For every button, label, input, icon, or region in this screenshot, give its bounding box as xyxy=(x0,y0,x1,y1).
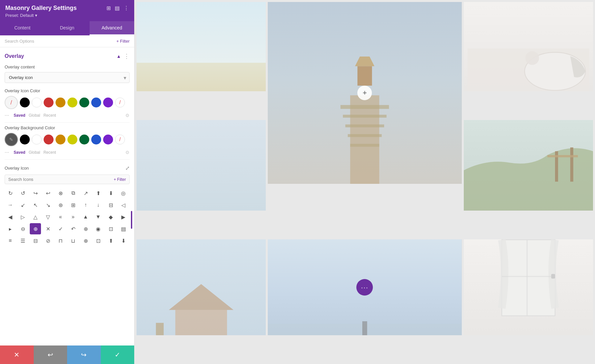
icon-cell[interactable]: ⊛ xyxy=(55,199,66,211)
icon-cell[interactable]: ⊔ xyxy=(67,235,79,246)
icon-cell-selected[interactable]: ⊕ xyxy=(30,223,41,234)
icon-cell[interactable]: ↘ xyxy=(42,199,54,211)
bg-color-tab-global[interactable]: Global xyxy=(29,150,40,155)
icon-cell[interactable]: ▷ xyxy=(17,211,28,222)
bg-color-settings-icon[interactable]: ⚙ xyxy=(125,150,130,155)
icon-cell[interactable]: ▽ xyxy=(42,211,54,222)
color-swatch-black[interactable] xyxy=(20,98,30,107)
icon-filter-button[interactable]: + Filter xyxy=(114,177,126,182)
overlay-content-select[interactable]: Overlay icon Title Caption Both xyxy=(5,72,130,83)
color-swatch-none[interactable]: / xyxy=(115,98,125,107)
undo-button[interactable]: ↩ xyxy=(34,345,67,364)
icon-cell[interactable]: ↶ xyxy=(67,223,79,234)
icon-cell[interactable]: ◎ xyxy=(118,187,129,199)
icon-cell[interactable]: ⊖ xyxy=(17,223,28,234)
bg-color-swatch-red[interactable] xyxy=(44,135,54,144)
icon-cell[interactable]: ⬆ xyxy=(105,235,116,246)
icon-cell[interactable]: ↖ xyxy=(30,199,41,211)
color-swatch-white[interactable] xyxy=(32,98,42,107)
color-swatch-blue[interactable] xyxy=(91,98,101,107)
icon-cell[interactable]: ☰ xyxy=(17,235,28,246)
bg-color-main-swatch[interactable]: ✎ xyxy=(5,133,18,146)
color-tab-global[interactable]: Global xyxy=(29,113,40,118)
icon-cell[interactable]: ↗ xyxy=(80,187,91,199)
icon-fullscreen-icon[interactable]: ⤢ xyxy=(125,165,130,171)
chevron-up-icon[interactable]: ▲ xyxy=(116,54,121,59)
icon-cell[interactable]: ◀ xyxy=(5,211,16,222)
close-button[interactable]: ✕ xyxy=(0,345,34,364)
icon-cell[interactable]: ◉ xyxy=(93,223,104,234)
color-tab-saved[interactable]: Saved xyxy=(14,113,25,118)
gallery-item-6[interactable] xyxy=(137,239,266,335)
icon-cell[interactable]: ▲ xyxy=(80,211,91,222)
icon-cell[interactable]: ↻ xyxy=(5,187,16,199)
icon-cell[interactable]: ▼ xyxy=(93,211,104,222)
icon-cell[interactable]: ↙ xyxy=(17,199,28,211)
icon-search-input[interactable] xyxy=(8,177,114,182)
icon-cell[interactable]: ⊡ xyxy=(105,223,116,234)
bg-color-tab-recent[interactable]: Recent xyxy=(43,150,56,155)
icon-cell[interactable]: ◁ xyxy=(118,199,129,211)
icon-cell[interactable]: ↩ xyxy=(42,187,54,199)
gallery-item-2[interactable]: + xyxy=(268,2,462,184)
filter-button[interactable]: + Filter xyxy=(116,39,130,44)
gallery-item-1[interactable] xyxy=(137,2,266,91)
icon-cell[interactable]: » xyxy=(67,211,79,222)
more-icon[interactable]: ⋮ xyxy=(124,5,129,11)
icon-cell[interactable]: ⊕ xyxy=(80,223,91,234)
icon-cell[interactable]: ⬆ xyxy=(93,187,104,199)
bg-color-swatch-purple[interactable] xyxy=(103,135,113,144)
color-tab-recent[interactable]: Recent xyxy=(43,113,56,118)
icon-cell[interactable]: ⊗ xyxy=(55,187,66,199)
icon-cell[interactable]: ⧉ xyxy=(67,187,79,199)
bg-color-swatch-blue[interactable] xyxy=(91,135,101,144)
icon-scroll-thumb[interactable] xyxy=(131,211,132,228)
bg-more-colors-icon[interactable]: ··· xyxy=(5,149,9,155)
icon-cell[interactable]: ↺ xyxy=(17,187,28,199)
icon-cell[interactable]: « xyxy=(55,211,66,222)
icon-cell[interactable]: ⊕ xyxy=(80,235,91,246)
icon-color-main-swatch[interactable]: / xyxy=(5,96,18,109)
icon-cell[interactable]: → xyxy=(5,199,16,211)
grid-icon[interactable]: ▤ xyxy=(115,5,120,11)
icon-cell[interactable]: ✓ xyxy=(55,223,66,234)
icon-cell[interactable]: ▶ xyxy=(118,211,129,222)
gallery-item-4[interactable] xyxy=(137,120,266,211)
icon-cell[interactable]: ▤ xyxy=(118,223,129,234)
icon-cell[interactable]: ▸ xyxy=(5,223,16,234)
icon-cell[interactable]: ⊟ xyxy=(105,199,116,211)
color-swatch-green[interactable] xyxy=(79,98,89,107)
color-swatch-purple[interactable] xyxy=(103,98,113,107)
icon-cell[interactable]: ◆ xyxy=(105,211,116,222)
icon-cell[interactable]: ⊟ xyxy=(30,235,41,246)
color-swatch-red[interactable] xyxy=(44,98,54,107)
bg-color-swatch-white[interactable] xyxy=(32,135,42,144)
bg-color-swatch-none[interactable]: / xyxy=(115,135,125,144)
icon-cell[interactable]: ≡ xyxy=(5,235,16,246)
gallery-item-8[interactable] xyxy=(464,239,593,335)
gallery-item-3[interactable] xyxy=(464,2,593,91)
check-button[interactable]: ✓ xyxy=(101,345,135,364)
icon-cell[interactable]: △ xyxy=(30,211,41,222)
color-swatch-yellow[interactable] xyxy=(67,98,77,107)
icon-cell[interactable]: ⬇ xyxy=(118,235,129,246)
icon-cell[interactable]: ⊡ xyxy=(93,235,104,246)
icon-cell[interactable]: ⬇ xyxy=(105,187,116,199)
tab-design[interactable]: Design xyxy=(45,21,89,35)
icon-cell[interactable]: ⊞ xyxy=(67,199,79,211)
icon-cell[interactable]: ✕ xyxy=(42,223,54,234)
preset-label[interactable]: Preset: Default ▾ xyxy=(5,13,129,18)
icon-cell[interactable]: ⊘ xyxy=(42,235,54,246)
redo-button[interactable]: ↪ xyxy=(67,345,101,364)
tab-advanced[interactable]: Advanced xyxy=(90,21,134,35)
bg-color-swatch-green[interactable] xyxy=(79,135,89,144)
bg-color-tab-saved[interactable]: Saved xyxy=(14,150,25,155)
gallery-item-7[interactable]: ··· xyxy=(268,239,462,335)
tab-content[interactable]: Content xyxy=(0,21,45,35)
gallery-item-5[interactable] xyxy=(464,120,593,211)
icon-cell[interactable]: ↪ xyxy=(30,187,41,199)
bg-color-swatch-yellow[interactable] xyxy=(67,135,77,144)
bg-color-swatch-black[interactable] xyxy=(20,135,30,144)
responsive-icon[interactable]: ⊞ xyxy=(106,5,111,11)
icon-cell[interactable]: ↓ xyxy=(93,199,104,211)
